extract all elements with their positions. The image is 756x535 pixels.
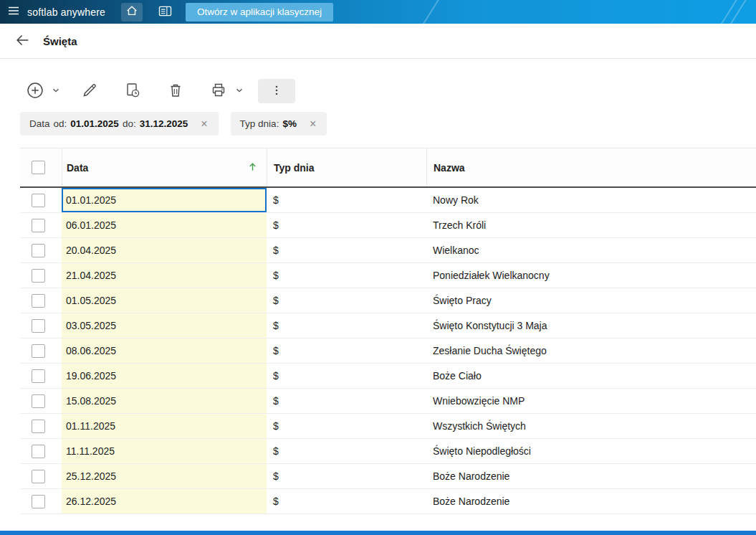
select-all-checkbox[interactable]	[32, 161, 45, 174]
name-cell[interactable]: Wszystkich Świętych	[426, 414, 756, 438]
day-type-cell[interactable]: $	[267, 464, 426, 488]
menu-icon	[6, 4, 21, 20]
table-row: 08.06.2025 $ Zesłanie Ducha Świętego	[20, 338, 756, 364]
decorative-line	[720, 0, 737, 25]
horizontal-scrollbar[interactable]	[0, 531, 756, 535]
remove-date-filter-button[interactable]: ×	[199, 118, 209, 130]
home-icon	[125, 4, 138, 19]
row-checkbox-cell	[20, 288, 62, 313]
document-info-button[interactable]	[122, 80, 143, 102]
toolbar	[24, 78, 756, 104]
column-label: Typ dnia	[274, 162, 315, 174]
delete-button[interactable]	[165, 80, 186, 102]
chevron-down-icon	[234, 85, 244, 98]
day-type-cell[interactable]: $	[267, 414, 426, 438]
print-button[interactable]	[208, 80, 229, 102]
date-cell[interactable]: 15.08.2025	[62, 389, 267, 413]
row-checkbox[interactable]	[32, 344, 45, 358]
day-type-cell[interactable]: $	[267, 389, 426, 413]
day-type-cell[interactable]: $	[267, 288, 426, 313]
date-cell[interactable]: 01.05.2025	[62, 288, 267, 313]
name-cell[interactable]: Święto Konstytucji 3 Maja	[426, 313, 756, 338]
row-checkbox-cell	[20, 213, 62, 237]
print-dropdown-button[interactable]	[232, 80, 247, 102]
column-header-day-type[interactable]: Typ dnia	[267, 148, 426, 186]
name-cell[interactable]: Boże Ciało	[426, 364, 756, 388]
name-cell[interactable]: Wniebowzięcie NMP	[426, 389, 756, 413]
name-cell[interactable]: Nowy Rok	[426, 188, 756, 212]
name-cell[interactable]: Boże Narodzenie	[426, 489, 756, 513]
day-type-cell[interactable]: $	[267, 213, 426, 237]
row-checkbox[interactable]	[32, 420, 45, 433]
date-cell[interactable]: 25.12.2025	[62, 464, 267, 488]
row-checkbox[interactable]	[32, 369, 45, 383]
row-checkbox[interactable]	[32, 219, 45, 232]
date-cell[interactable]: 21.04.2025	[62, 263, 267, 288]
day-type-cell[interactable]: $	[267, 313, 426, 338]
row-checkbox[interactable]	[32, 394, 45, 408]
edit-button[interactable]	[79, 80, 100, 102]
row-checkbox[interactable]	[32, 269, 45, 283]
row-checkbox[interactable]	[32, 244, 45, 257]
filter-chip-date: Data od: 01.01.2025 do: 31.12.2025 ×	[20, 112, 219, 136]
name-cell[interactable]: Święto Niepodległości	[426, 439, 756, 463]
row-checkbox[interactable]	[32, 194, 45, 207]
add-dropdown-button[interactable]	[49, 80, 63, 102]
row-checkbox[interactable]	[32, 294, 45, 308]
date-cell[interactable]: 20.04.2025	[62, 238, 267, 262]
news-button[interactable]	[154, 3, 176, 22]
table-row: 01.05.2025 $ Święto Pracy	[20, 288, 756, 313]
column-header-name[interactable]: Nazwa	[426, 148, 756, 186]
table-row: 26.12.2025 $ Boże Narodzenie	[20, 489, 756, 514]
date-cell[interactable]: 03.05.2025	[62, 313, 267, 338]
hamburger-menu-button[interactable]	[3, 0, 24, 24]
column-header-data[interactable]: Data	[62, 148, 267, 186]
day-type-cell[interactable]: $	[267, 238, 426, 262]
row-checkbox-cell	[20, 389, 62, 413]
table-row: 01.11.2025 $ Wszystkich Świętych	[20, 414, 756, 439]
row-checkbox[interactable]	[32, 495, 45, 508]
date-cell[interactable]: 26.12.2025	[62, 489, 267, 513]
back-button[interactable]	[11, 30, 33, 52]
name-cell[interactable]: Wielkanoc	[426, 238, 756, 262]
name-cell[interactable]: Boże Narodzenie	[426, 464, 756, 488]
date-cell[interactable]: 01.01.2025	[62, 188, 267, 212]
name-cell[interactable]: Poniedziałek Wielkanocny	[426, 263, 756, 288]
home-button[interactable]	[121, 3, 143, 22]
decorative-line	[729, 0, 747, 25]
table-row: 21.04.2025 $ Poniedziałek Wielkanocny	[20, 263, 756, 288]
name-cell[interactable]: Święto Pracy	[426, 288, 756, 313]
more-button[interactable]	[258, 79, 295, 103]
table-row: 11.11.2025 $ Święto Niepodległości	[20, 439, 756, 464]
name-cell[interactable]: Trzech Króli	[426, 213, 756, 237]
document-clock-icon	[124, 82, 141, 101]
name-cell[interactable]: Zesłanie Ducha Świętego	[426, 338, 756, 363]
add-button[interactable]	[24, 80, 46, 102]
day-type-cell[interactable]: $	[267, 263, 426, 288]
row-checkbox-cell	[20, 188, 62, 212]
remove-day-type-filter-button[interactable]: ×	[308, 118, 317, 130]
date-cell[interactable]: 08.06.2025	[62, 338, 267, 363]
open-classic-app-button[interactable]: Otwórz w aplikacji klasycznej	[186, 3, 333, 22]
day-type-cell[interactable]: $	[267, 489, 426, 513]
table-header-row: Data Typ dnia Nazwa	[20, 148, 756, 188]
day-type-cell[interactable]: $	[267, 338, 426, 363]
filter-to-label: do:	[123, 118, 136, 129]
filter-bar: Data od: 01.01.2025 do: 31.12.2025 × Typ…	[20, 112, 756, 136]
row-checkbox[interactable]	[32, 470, 45, 483]
row-checkbox[interactable]	[32, 319, 45, 333]
table-row: 01.01.2025 $ Nowy Rok	[20, 188, 756, 213]
day-type-cell[interactable]: $	[267, 439, 426, 463]
date-cell[interactable]: 01.11.2025	[62, 414, 267, 438]
date-cell[interactable]: 06.01.2025	[62, 213, 267, 237]
table-row: 15.08.2025 $ Wniebowzięcie NMP	[20, 389, 756, 414]
table-row: 03.05.2025 $ Święto Konstytucji 3 Maja	[20, 313, 756, 338]
day-type-cell[interactable]: $	[267, 364, 426, 388]
date-cell[interactable]: 11.11.2025	[62, 439, 267, 463]
row-checkbox-cell	[20, 263, 62, 288]
row-checkbox[interactable]	[32, 445, 45, 458]
day-type-cell[interactable]: $	[267, 188, 426, 212]
column-label: Nazwa	[434, 162, 465, 174]
filter-chip-day-type: Typ dnia: $% ×	[231, 112, 327, 136]
date-cell[interactable]: 19.06.2025	[62, 364, 267, 388]
